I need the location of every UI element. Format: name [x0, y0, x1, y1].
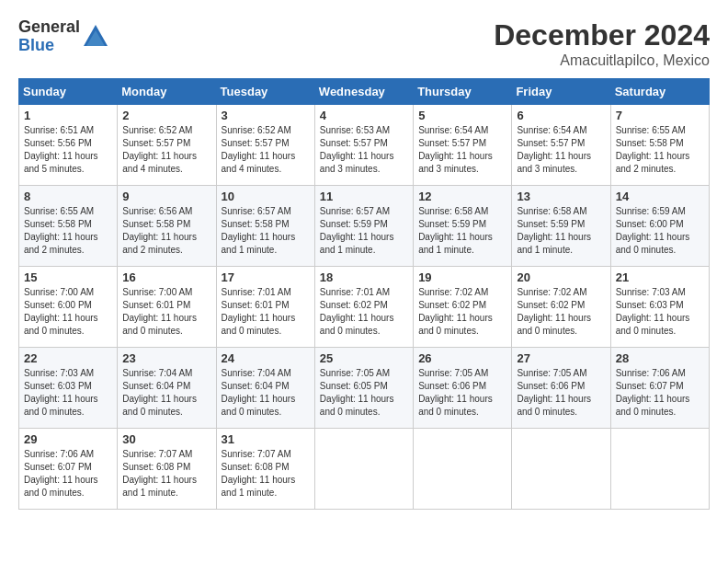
day-number: 6 — [517, 109, 605, 122]
calendar-table: SundayMondayTuesdayWednesdayThursdayFrid… — [18, 78, 710, 510]
calendar-cell: 13Sunrise: 6:58 AMSunset: 5:59 PMDayligh… — [512, 186, 610, 267]
day-info: Sunrise: 7:04 AMSunset: 6:04 PMDaylight:… — [122, 368, 197, 417]
calendar-cell — [610, 429, 709, 510]
calendar-cell: 29Sunrise: 7:06 AMSunset: 6:07 PMDayligh… — [19, 429, 118, 510]
calendar-cell: 15Sunrise: 7:00 AMSunset: 6:00 PMDayligh… — [19, 267, 118, 348]
weekday-header-sunday: Sunday — [19, 79, 118, 105]
day-info: Sunrise: 7:03 AMSunset: 6:03 PMDaylight:… — [616, 287, 690, 336]
weekday-header-monday: Monday — [118, 79, 216, 105]
day-number: 16 — [122, 270, 210, 284]
day-info: Sunrise: 7:04 AMSunset: 6:04 PMDaylight:… — [222, 368, 296, 417]
day-number: 20 — [517, 270, 605, 284]
calendar-cell: 20Sunrise: 7:02 AMSunset: 6:02 PMDayligh… — [512, 267, 610, 348]
weekday-header-row: SundayMondayTuesdayWednesdayThursdayFrid… — [19, 79, 710, 105]
day-info: Sunrise: 7:01 AMSunset: 6:01 PMDaylight:… — [222, 287, 296, 336]
weekday-header-thursday: Thursday — [414, 79, 512, 105]
day-info: Sunrise: 7:05 AMSunset: 6:06 PMDaylight:… — [517, 368, 591, 417]
day-number: 14 — [616, 190, 704, 203]
day-info: Sunrise: 7:01 AMSunset: 6:02 PMDaylight:… — [320, 287, 394, 336]
day-info: Sunrise: 7:02 AMSunset: 6:02 PMDaylight:… — [418, 287, 493, 336]
day-info: Sunrise: 7:06 AMSunset: 6:07 PMDaylight:… — [24, 449, 98, 498]
day-number: 30 — [122, 432, 210, 446]
calendar-cell: 8Sunrise: 6:55 AMSunset: 5:58 PMDaylight… — [19, 186, 118, 267]
day-number: 28 — [616, 351, 704, 365]
day-number: 17 — [222, 270, 310, 284]
day-info: Sunrise: 7:05 AMSunset: 6:06 PMDaylight:… — [418, 368, 493, 417]
day-info: Sunrise: 7:05 AMSunset: 6:05 PMDaylight:… — [320, 368, 394, 417]
day-number: 7 — [616, 109, 704, 122]
day-info: Sunrise: 6:57 AMSunset: 5:59 PMDaylight:… — [320, 206, 394, 255]
day-number: 25 — [320, 351, 408, 365]
day-info: Sunrise: 6:52 AMSunset: 5:57 PMDaylight:… — [122, 125, 197, 174]
day-info: Sunrise: 7:06 AMSunset: 6:07 PMDaylight:… — [616, 368, 690, 417]
calendar-week-row: 29Sunrise: 7:06 AMSunset: 6:07 PMDayligh… — [19, 429, 710, 510]
day-number: 19 — [418, 270, 506, 284]
day-number: 13 — [517, 190, 605, 203]
calendar-week-row: 15Sunrise: 7:00 AMSunset: 6:00 PMDayligh… — [19, 267, 710, 348]
logo-general: General — [18, 18, 80, 37]
day-number: 27 — [517, 351, 605, 365]
title-block: December 2024 Amacuitlapilco, Mexico — [494, 18, 710, 69]
day-info: Sunrise: 6:59 AMSunset: 6:00 PMDaylight:… — [616, 206, 690, 255]
day-info: Sunrise: 7:00 AMSunset: 6:01 PMDaylight:… — [122, 287, 197, 336]
calendar-cell: 4Sunrise: 6:53 AMSunset: 5:57 PMDaylight… — [314, 105, 413, 186]
day-number: 18 — [320, 270, 408, 284]
day-number: 10 — [222, 190, 310, 203]
calendar-cell: 2Sunrise: 6:52 AMSunset: 5:57 PMDaylight… — [118, 105, 216, 186]
day-number: 11 — [320, 190, 408, 203]
page-header: General Blue December 2024 Amacuitlapilc… — [18, 18, 710, 69]
day-info: Sunrise: 6:57 AMSunset: 5:58 PMDaylight:… — [222, 206, 296, 255]
calendar-cell: 7Sunrise: 6:55 AMSunset: 5:58 PMDaylight… — [610, 105, 709, 186]
day-info: Sunrise: 6:55 AMSunset: 5:58 PMDaylight:… — [616, 125, 690, 174]
calendar-week-row: 1Sunrise: 6:51 AMSunset: 5:56 PMDaylight… — [19, 105, 710, 186]
day-info: Sunrise: 6:58 AMSunset: 5:59 PMDaylight:… — [418, 206, 493, 255]
calendar-cell: 27Sunrise: 7:05 AMSunset: 6:06 PMDayligh… — [512, 348, 610, 429]
day-number: 4 — [320, 109, 408, 122]
day-info: Sunrise: 6:52 AMSunset: 5:57 PMDaylight:… — [222, 125, 296, 174]
calendar-cell: 11Sunrise: 6:57 AMSunset: 5:59 PMDayligh… — [314, 186, 413, 267]
calendar-cell: 1Sunrise: 6:51 AMSunset: 5:56 PMDaylight… — [19, 105, 118, 186]
day-number: 15 — [24, 270, 112, 284]
calendar-cell — [314, 429, 413, 510]
calendar-cell: 14Sunrise: 6:59 AMSunset: 6:00 PMDayligh… — [610, 186, 709, 267]
day-number: 24 — [222, 351, 310, 365]
calendar-cell: 30Sunrise: 7:07 AMSunset: 6:08 PMDayligh… — [118, 429, 216, 510]
day-info: Sunrise: 7:07 AMSunset: 6:08 PMDaylight:… — [122, 449, 197, 498]
day-number: 3 — [222, 109, 310, 122]
day-number: 2 — [122, 109, 210, 122]
day-info: Sunrise: 6:53 AMSunset: 5:57 PMDaylight:… — [320, 125, 394, 174]
calendar-cell: 22Sunrise: 7:03 AMSunset: 6:03 PMDayligh… — [19, 348, 118, 429]
calendar-cell: 31Sunrise: 7:07 AMSunset: 6:08 PMDayligh… — [216, 429, 314, 510]
weekday-header-wednesday: Wednesday — [314, 79, 413, 105]
logo-blue: Blue — [18, 37, 80, 55]
location-title: Amacuitlapilco, Mexico — [494, 52, 710, 69]
day-number: 31 — [222, 432, 310, 446]
calendar-cell: 28Sunrise: 7:06 AMSunset: 6:07 PMDayligh… — [610, 348, 709, 429]
month-title: December 2024 — [494, 18, 710, 52]
calendar-cell: 16Sunrise: 7:00 AMSunset: 6:01 PMDayligh… — [118, 267, 216, 348]
day-info: Sunrise: 6:56 AMSunset: 5:58 PMDaylight:… — [122, 206, 197, 255]
calendar-cell: 24Sunrise: 7:04 AMSunset: 6:04 PMDayligh… — [216, 348, 314, 429]
weekday-header-friday: Friday — [512, 79, 610, 105]
day-info: Sunrise: 6:58 AMSunset: 5:59 PMDaylight:… — [517, 206, 591, 255]
logo: General Blue — [18, 18, 109, 55]
calendar-cell — [512, 429, 610, 510]
logo-icon — [82, 23, 109, 51]
day-number: 29 — [24, 432, 112, 446]
calendar-cell: 3Sunrise: 6:52 AMSunset: 5:57 PMDaylight… — [216, 105, 314, 186]
day-number: 8 — [24, 190, 112, 203]
day-number: 1 — [24, 109, 112, 122]
calendar-cell: 23Sunrise: 7:04 AMSunset: 6:04 PMDayligh… — [118, 348, 216, 429]
day-number: 9 — [122, 190, 210, 203]
day-number: 12 — [418, 190, 506, 203]
calendar-cell: 6Sunrise: 6:54 AMSunset: 5:57 PMDaylight… — [512, 105, 610, 186]
day-info: Sunrise: 6:54 AMSunset: 5:57 PMDaylight:… — [418, 125, 493, 174]
day-number: 5 — [418, 109, 506, 122]
day-info: Sunrise: 6:51 AMSunset: 5:56 PMDaylight:… — [24, 125, 98, 174]
weekday-header-tuesday: Tuesday — [216, 79, 314, 105]
calendar-cell: 21Sunrise: 7:03 AMSunset: 6:03 PMDayligh… — [610, 267, 709, 348]
day-number: 26 — [418, 351, 506, 365]
calendar-cell: 5Sunrise: 6:54 AMSunset: 5:57 PMDaylight… — [414, 105, 512, 186]
calendar-cell: 25Sunrise: 7:05 AMSunset: 6:05 PMDayligh… — [314, 348, 413, 429]
day-info: Sunrise: 7:03 AMSunset: 6:03 PMDaylight:… — [24, 368, 98, 417]
